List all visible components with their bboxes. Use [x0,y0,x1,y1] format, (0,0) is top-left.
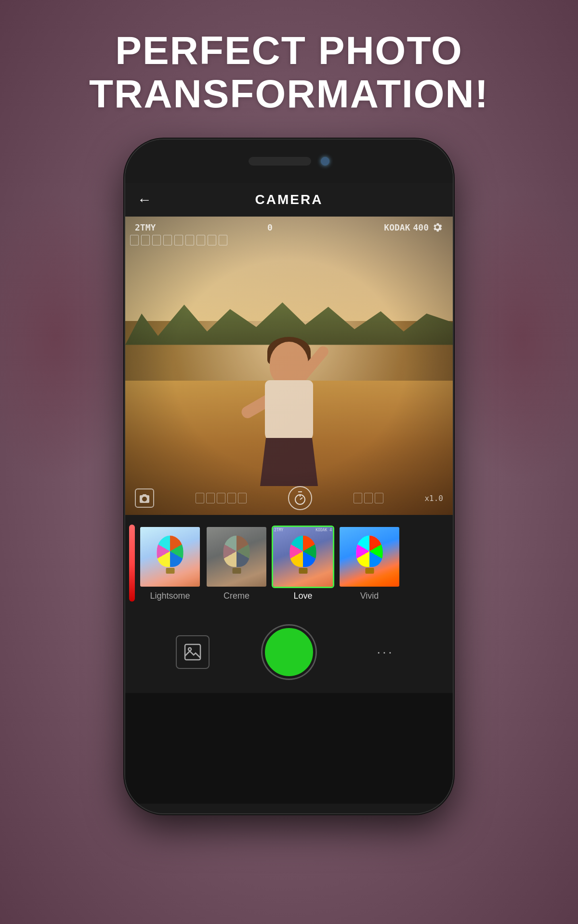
film-top-counter: 0 [267,222,273,232]
counter-block [208,235,216,245]
film-frame-top: 2TMY 0 KODAK 400 [125,221,453,233]
bottom-counter-boxes [196,493,247,503]
bottom-counter-block-r [364,493,373,503]
filter-img-creme [207,527,266,587]
gallery-button[interactable] [176,635,210,669]
bottom-counter-block [217,493,225,503]
filter-item-creme[interactable]: Creme [205,526,268,601]
filter-item-vivid[interactable]: Vivid [338,526,401,601]
camera-svg-icon [139,493,150,503]
camera-icon-area [135,488,154,508]
filter-color-bar [129,525,135,602]
phone-top-bezel [125,140,453,183]
bottom-counter-boxes-right [354,493,383,503]
bottom-controls: ··· [125,611,453,693]
bottom-counter-block [196,493,204,503]
film-frame-bottom: x1.0 [125,486,453,510]
counter-block [141,235,150,245]
film-iso: 400 [413,222,429,232]
more-options-button[interactable]: ··· [368,635,402,669]
timer-icon[interactable] [288,486,312,510]
gallery-icon [183,642,202,662]
settings-icon[interactable] [432,221,443,233]
counter-block [174,235,183,245]
filter-label-love: Love [293,591,312,601]
filter-film-brand2: KODAK 4 [315,528,332,532]
filter-thumbnail-vivid[interactable] [338,526,401,588]
app-title: CAMERA [255,192,323,207]
filter-img-vivid [340,527,399,587]
app-header: ← CAMERA [125,183,453,217]
balloon-lightsome [157,536,184,574]
filter-thumbnail-love[interactable]: 2TMY KODAK 4 [272,526,334,588]
photo-scene [125,217,453,515]
film-brand: KODAK [384,222,410,232]
back-button[interactable]: ← [137,192,152,208]
filter-img-lightsome [140,527,200,587]
headline-line2: TRANSFORMATION! [29,72,549,116]
balloon-love [290,536,316,574]
timer-svg-icon [293,491,307,505]
bottom-counter-block-r [375,493,383,503]
shutter-button[interactable] [263,626,315,679]
filter-label-vivid: Vivid [360,591,379,601]
counter-block [219,235,227,245]
phone-wrapper: ← CAMERA [125,140,453,813]
phone-shell: ← CAMERA [125,140,453,813]
filter-film-info: 2TMY KODAK 4 [274,528,332,532]
camera-viewfinder[interactable]: 2TMY 0 KODAK 400 [125,217,453,515]
phone-speaker [249,157,311,166]
filter-label-creme: Creme [223,591,250,601]
counter-block [163,235,172,245]
headline-line1: PERFECT PHOTO [29,29,549,72]
film-code: 2TMY [135,222,156,232]
counter-block [130,235,139,245]
counter-block [185,235,194,245]
phone-front-camera [321,157,329,166]
filter-item-lightsome[interactable]: Lightsome [139,526,201,601]
filter-item-love[interactable]: 2TMY KODAK 4 Love [272,526,334,601]
filter-film-code: 2TMY [274,528,283,532]
person-skirt [260,438,318,486]
headline: PERFECT PHOTO TRANSFORMATION! [0,29,578,116]
frame-number: 0 [267,222,273,232]
balloon-vivid [356,536,383,574]
counter-block [197,235,205,245]
filter-strip: Lightsome Creme [125,515,453,611]
counter-block [152,235,161,245]
phone-screen: ← CAMERA [125,183,453,804]
svg-line-2 [300,498,302,500]
filter-thumbnail-creme[interactable] [205,526,268,588]
bottom-counter-block [206,493,215,503]
svg-rect-4 [185,644,200,660]
filter-thumbnail-lightsome[interactable] [139,526,201,588]
bottom-counter-block [238,493,247,503]
camera-icon [135,488,154,508]
person-torso [265,380,313,443]
bottom-counter-block-r [354,493,362,503]
bottom-counter-block [227,493,236,503]
bottom-right-label: x1.0 [424,494,443,503]
filter-img-love: 2TMY KODAK 4 [273,527,333,587]
balloon-creme [223,536,250,574]
filter-label-lightsome: Lightsome [150,591,190,601]
film-brand-area: KODAK 400 [384,221,443,233]
film-top-counter-boxes [130,235,227,245]
svg-point-5 [188,648,191,651]
